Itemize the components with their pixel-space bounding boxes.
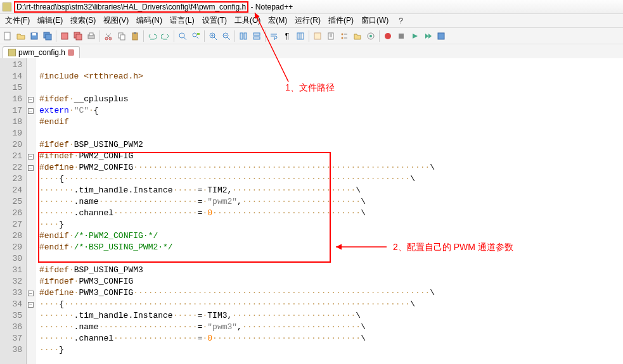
separator	[309, 30, 309, 42]
svg-rect-24	[254, 37, 260, 39]
cut-icon[interactable]	[102, 30, 115, 42]
code-line[interactable]: #endif·/*·BSP_USING_PWM2·*/	[39, 242, 623, 253]
close-all-icon[interactable]	[72, 30, 84, 42]
save-icon[interactable]	[28, 30, 41, 42]
fold-toggle-icon[interactable]: −	[28, 97, 34, 103]
annotation-label-2: 2、配置自己的 PWM 通道参数	[393, 242, 513, 253]
menu-window[interactable]: 窗口(W)	[357, 14, 392, 27]
line-number: 25	[0, 196, 22, 208]
indent-guide-icon[interactable]	[294, 30, 307, 42]
open-icon[interactable]	[15, 30, 27, 42]
menu-run[interactable]: 运行(R)	[291, 14, 324, 27]
code-line[interactable]: ·······.name····················=·"pwm2"…	[39, 196, 623, 208]
line-number: 36	[0, 322, 22, 333]
save-macro-icon[interactable]	[435, 30, 447, 42]
line-number: 34	[0, 299, 22, 310]
code-line[interactable]: #define·PWM3_CONFIG·····················…	[39, 287, 623, 299]
svg-rect-2	[32, 33, 36, 35]
menu-settings[interactable]: 设置(T)	[198, 14, 231, 27]
show-all-chars-icon[interactable]: ¶	[281, 30, 293, 42]
menu-tools[interactable]: 工具(O)	[231, 14, 264, 27]
fold-column[interactable]: −−−−−−	[27, 58, 35, 364]
fold-toggle-icon[interactable]: −	[28, 302, 34, 308]
redo-icon[interactable]	[159, 30, 172, 42]
close-icon[interactable]	[58, 30, 71, 42]
fold-toggle-icon[interactable]: −	[28, 165, 34, 171]
code-line[interactable]	[39, 128, 623, 139]
line-number: 30	[0, 253, 22, 265]
toolbar: ¶	[0, 28, 623, 44]
record-icon[interactable]	[382, 30, 394, 42]
separator	[204, 30, 205, 42]
code-line[interactable]: #define·PWM2_CONFIG·····················…	[39, 162, 623, 173]
svg-point-16	[179, 33, 184, 38]
separator	[234, 30, 235, 42]
sync-h-icon[interactable]	[250, 30, 263, 42]
play-multi-icon[interactable]	[421, 30, 434, 42]
menu-encoding[interactable]: 编码(N)	[132, 14, 166, 27]
code-line[interactable]: ·······.tim_handle.Instance·····=·TIM3,·…	[39, 310, 623, 322]
code-line[interactable]: ····}	[39, 219, 623, 230]
play-icon[interactable]	[408, 30, 421, 42]
sync-v-icon[interactable]	[237, 30, 250, 42]
code-line[interactable]: #ifdef·BSP_USING_PWM3	[39, 265, 623, 276]
stop-icon[interactable]	[395, 30, 408, 42]
fold-toggle-icon[interactable]: −	[28, 108, 34, 114]
code-line[interactable]: ····}	[39, 344, 623, 356]
folder-icon[interactable]	[351, 30, 364, 42]
undo-icon[interactable]	[146, 30, 158, 42]
code-line[interactable]: ····{···································…	[39, 299, 623, 310]
code-line[interactable]	[39, 60, 623, 71]
menu-edit[interactable]: 编辑(E)	[34, 14, 67, 27]
menu-macro[interactable]: 宏(M)	[264, 14, 291, 27]
code-line[interactable]: #ifndef·PWM2_CONFIG	[39, 151, 623, 162]
code-line[interactable]: #ifdef·__cplusplus	[39, 94, 623, 105]
save-all-icon[interactable]	[41, 30, 54, 42]
func-list-icon[interactable]	[338, 30, 350, 42]
print-icon[interactable]	[85, 30, 98, 42]
menu-lang[interactable]: 语言(L)	[166, 14, 198, 27]
line-number: 17	[0, 105, 22, 116]
menu-search[interactable]: 搜索(S)	[67, 14, 100, 27]
paste-icon[interactable]	[129, 30, 141, 42]
fold-toggle-icon[interactable]: −	[28, 291, 34, 296]
close-icon[interactable]	[68, 49, 74, 56]
doc-map-icon[interactable]	[324, 30, 337, 42]
code-line[interactable]: ····{···································…	[39, 173, 623, 185]
fold-toggle-icon[interactable]: −	[28, 154, 34, 160]
svg-rect-7	[76, 34, 82, 40]
menu-plugins[interactable]: 插件(P)	[324, 14, 357, 27]
wrap-icon[interactable]	[267, 30, 280, 42]
code-line[interactable]: #include <rtthread.h>	[39, 71, 623, 82]
code-line[interactable]: extern·"C"·{	[39, 105, 623, 116]
code-line[interactable]	[39, 253, 623, 265]
line-number: 29	[0, 242, 22, 253]
zoom-out-icon[interactable]	[220, 30, 233, 42]
menu-view[interactable]: 视图(V)	[100, 14, 132, 27]
code-area[interactable]: #include <rtthread.h> #ifdef·__cplusplus…	[35, 58, 623, 364]
tab-pwm-config[interactable]: pwm_config.h	[3, 46, 80, 58]
separator	[265, 30, 266, 42]
replace-icon[interactable]	[189, 30, 202, 42]
menu-help[interactable]: ?	[395, 15, 407, 27]
line-number: 18	[0, 116, 22, 128]
find-icon[interactable]	[176, 30, 189, 42]
code-line[interactable]: ·······.channel·················=·0·····…	[39, 208, 623, 219]
zoom-in-icon[interactable]	[207, 30, 219, 42]
code-line[interactable]: ·······.tim_handle.Instance·····=·TIM2,·…	[39, 185, 623, 196]
line-number: 23	[0, 173, 22, 185]
code-line[interactable]: #ifndef·PWM3_CONFIG	[39, 276, 623, 287]
code-line[interactable]: ·······.name····················=·"pwm3"…	[39, 322, 623, 333]
lang-icon[interactable]	[311, 30, 324, 42]
monitor-icon[interactable]	[364, 30, 377, 42]
code-line[interactable]: #ifdef·BSP_USING_PWM2	[39, 139, 623, 151]
menu-file[interactable]: 文件(F)	[1, 14, 34, 27]
copy-icon[interactable]	[115, 30, 128, 42]
line-number: 20	[0, 139, 22, 151]
code-line[interactable]: ·······.channel·················=·0·····…	[39, 333, 623, 344]
line-number: 35	[0, 310, 22, 322]
code-line[interactable]: #endif·/*·PWM2_CONFIG·*/	[39, 230, 623, 242]
line-number: 33	[0, 287, 22, 299]
new-file-icon[interactable]	[1, 30, 14, 42]
code-line[interactable]: #endif	[39, 116, 623, 128]
